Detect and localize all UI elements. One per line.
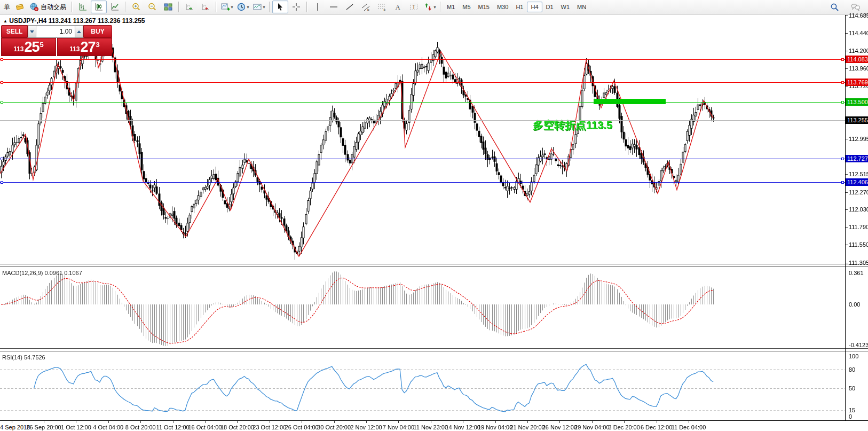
crosshair-icon (291, 2, 301, 12)
time-axis-label: 11 Nov 23:00 (413, 424, 448, 430)
price-level-badge: 114.083 (846, 56, 868, 63)
sell-price-sup: 5 (40, 41, 44, 49)
sell-price-prefix: 113 (13, 45, 23, 53)
line-anchor-handle[interactable] (1, 158, 3, 160)
trendline-button[interactable] (342, 1, 358, 13)
line-anchor-handle[interactable] (1, 58, 3, 61)
add-indicator-icon (220, 2, 230, 12)
zoom-in-button[interactable] (128, 1, 144, 13)
equidistant-channel-button[interactable]: E (358, 1, 374, 13)
buy-button[interactable]: BUY (83, 25, 112, 38)
line-anchor-handle[interactable] (1, 101, 3, 104)
fibonacci-button[interactable]: F (374, 1, 390, 13)
sell-price-button[interactable]: 113 25 5 (1, 38, 56, 56)
time-axis-tick (140, 421, 141, 423)
time-axis-tick (108, 421, 109, 423)
line-anchor-handle[interactable] (841, 181, 844, 184)
toolbar-group-zoom (128, 0, 176, 14)
rsi-panel-separator[interactable] (0, 348, 868, 351)
macd-panel-canvas[interactable] (0, 267, 845, 348)
macd-values: 0.0961 0.1067 (44, 270, 82, 276)
timeframe-button-h1[interactable]: H1 (512, 2, 527, 12)
price-tick-mark (846, 245, 848, 245)
periods-clock-button[interactable]: ▾ (235, 1, 251, 13)
volume-decrease-button[interactable] (28, 25, 36, 38)
zoom-out-icon (147, 2, 157, 12)
timeframe-button-h4[interactable]: H4 (527, 2, 542, 12)
support-zone-bar[interactable] (594, 99, 666, 104)
vertical-line-button[interactable] (310, 1, 326, 13)
zoom-out-button[interactable] (144, 1, 160, 13)
price-level-badge: 113.500 (846, 98, 868, 106)
crosshair-button[interactable] (288, 1, 304, 13)
line-anchor-handle[interactable] (841, 101, 844, 104)
tile-windows-button[interactable] (160, 1, 176, 13)
line-anchor-handle[interactable] (841, 158, 844, 160)
price-tick-label: 114.200 (849, 48, 868, 54)
rsi-panel-canvas[interactable] (0, 351, 845, 420)
main-chart-canvas[interactable] (0, 15, 845, 263)
toolbar-group-chart-type (75, 0, 123, 14)
horizontal-level-line[interactable] (0, 82, 845, 83)
candlestick-icon (94, 2, 104, 12)
horizontal-level-line[interactable] (0, 102, 845, 103)
line-anchor-handle[interactable] (1, 181, 3, 184)
timeframe-button-d1[interactable]: D1 (542, 2, 557, 12)
price-tick-label: 112.270 (849, 189, 868, 195)
add-indicator-button[interactable]: ▾ (219, 1, 235, 13)
line-anchor-handle[interactable] (1, 81, 3, 84)
volume-input[interactable]: 1.00 (36, 25, 75, 38)
timeframe-button-mn[interactable]: MN (573, 2, 590, 12)
new-order-button[interactable] (12, 1, 28, 13)
equidistant-channel-icon: E (361, 2, 370, 12)
text-button[interactable]: A (390, 1, 406, 13)
autotrading-globe-icon (29, 2, 39, 12)
arrows-button[interactable]: ▾ (422, 1, 438, 13)
sell-button[interactable]: SELL (1, 25, 28, 38)
line-anchor-handle[interactable] (841, 58, 844, 61)
price-tick-label: 111.550 (849, 241, 868, 248)
macd-axis-label: -0.4123 (849, 342, 868, 348)
line-chart-icon (110, 2, 120, 12)
timeframe-button-m1[interactable]: M1 (443, 2, 459, 12)
text-label-button[interactable]: T (406, 1, 422, 13)
horizontal-level-line[interactable] (0, 182, 845, 183)
trendline-icon (345, 2, 354, 12)
macd-title: MACD(12,26,9) (2, 270, 43, 276)
horizontal-level-line[interactable] (0, 159, 845, 159)
autotrading-label: 自动交易 (39, 3, 68, 12)
fibonacci-icon: F (377, 2, 386, 12)
time-axis-tick (76, 421, 76, 423)
text-icon: A (393, 2, 403, 12)
macd-axis-label: 0.00 (849, 301, 860, 308)
bar-chart-button[interactable] (75, 1, 91, 13)
order-label[interactable]: 单 (2, 3, 12, 12)
timeframe-button-w1[interactable]: W1 (557, 2, 574, 12)
horizontal-line-button[interactable] (326, 1, 342, 13)
templates-button[interactable]: ▾ (251, 1, 267, 13)
cursor-button[interactable] (272, 1, 288, 13)
price-tick-mark (846, 139, 848, 139)
line-anchor-handle[interactable] (841, 81, 844, 84)
time-axis-tick (237, 421, 238, 423)
horizontal-level-line[interactable] (0, 59, 845, 60)
sell-price-main: 25 (25, 39, 40, 56)
search-button[interactable] (826, 1, 842, 14)
autotrading-button[interactable]: 自动交易 (28, 1, 69, 13)
timeframe-button-m30[interactable]: M30 (493, 2, 512, 12)
timeframe-button-m5[interactable]: M5 (459, 2, 474, 12)
price-tick-label: 112.995 (849, 136, 868, 142)
time-axis-tick (657, 421, 657, 423)
candlestick-button[interactable] (91, 1, 107, 13)
auto-scroll-button[interactable] (182, 1, 198, 13)
macd-panel-separator[interactable] (0, 264, 868, 267)
line-chart-button[interactable] (107, 1, 123, 13)
toolbar-group-scroll (182, 0, 214, 14)
chart-shift-button[interactable] (198, 1, 214, 13)
timeframe-button-m15[interactable]: M15 (475, 2, 493, 12)
toolbar-separator (216, 2, 217, 12)
chart-window[interactable]: ▲ USDJPY-,H4 113.241 113.267 113.236 113… (0, 15, 868, 431)
svg-text:F: F (384, 9, 386, 12)
buy-price-button[interactable]: 113 27 3 (57, 38, 112, 56)
volume-increase-button[interactable] (75, 25, 83, 38)
